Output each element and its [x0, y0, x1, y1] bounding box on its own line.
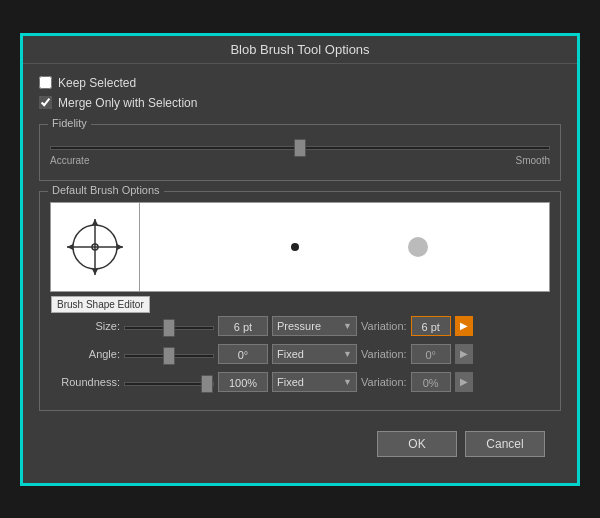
roundness-variation-value[interactable]: 0%: [411, 372, 451, 392]
size-method-dropdown[interactable]: Pressure ▼: [272, 316, 357, 336]
roundness-method-dropdown[interactable]: Fixed ▼: [272, 372, 357, 392]
fidelity-slider[interactable]: [50, 146, 550, 150]
angle-dropdown-arrow: ▼: [343, 349, 352, 359]
merge-only-checkbox[interactable]: [39, 96, 52, 109]
brush-shape-editor[interactable]: Brush Shape Editor: [50, 202, 140, 292]
size-dropdown-arrow: ▼: [343, 321, 352, 331]
roundness-dropdown-arrow: ▼: [343, 377, 352, 387]
fidelity-section: Fidelity Accurate Smooth: [39, 124, 561, 181]
roundness-slider-container: [124, 375, 214, 389]
keep-selected-checkbox[interactable]: [39, 76, 52, 89]
brush-shape-tooltip: Brush Shape Editor: [51, 296, 150, 313]
title-bar: Blob Brush Tool Options: [23, 36, 577, 64]
size-variation-arrow[interactable]: ▶: [455, 316, 473, 336]
angle-label: Angle:: [50, 348, 120, 360]
crosshair: [65, 217, 125, 277]
roundness-variation-label: Variation:: [361, 376, 407, 388]
dialog-title: Blob Brush Tool Options: [230, 42, 369, 57]
roundness-label: Roundness:: [50, 376, 120, 388]
svg-marker-6: [67, 244, 73, 250]
dialog-container: Blob Brush Tool Options Keep Selected Me…: [20, 33, 580, 486]
brush-options-label: Default Brush Options: [48, 184, 164, 196]
brush-params: Size: 6 pt Pressure ▼ Variation: 6 pt ▶ …: [50, 316, 550, 392]
svg-marker-7: [117, 244, 123, 250]
brush-dot-small: [291, 243, 299, 251]
merge-only-label: Merge Only with Selection: [58, 96, 197, 110]
brush-preview-area: Brush Shape Editor: [50, 202, 550, 292]
angle-variation-arrow[interactable]: ▶: [455, 344, 473, 364]
fidelity-max-label: Smooth: [516, 155, 550, 166]
svg-marker-5: [92, 269, 98, 275]
roundness-slider[interactable]: [124, 382, 214, 386]
size-label: Size:: [50, 320, 120, 332]
size-slider-container: [124, 319, 214, 333]
cancel-button[interactable]: Cancel: [465, 431, 545, 457]
dialog-body: Keep Selected Merge Only with Selection …: [23, 64, 577, 483]
angle-variation-label: Variation:: [361, 348, 407, 360]
size-row: Size: 6 pt Pressure ▼ Variation: 6 pt ▶: [50, 316, 550, 336]
brush-dot-large: [408, 237, 428, 257]
roundness-variation-arrow[interactable]: ▶: [455, 372, 473, 392]
roundness-row: Roundness: 100% Fixed ▼ Variation: 0% ▶: [50, 372, 550, 392]
roundness-value[interactable]: 100%: [218, 372, 268, 392]
angle-variation-value[interactable]: 0°: [411, 344, 451, 364]
size-variation-value[interactable]: 6 pt: [411, 316, 451, 336]
brush-preview-canvas: [140, 202, 550, 292]
angle-slider-container: [124, 347, 214, 361]
svg-marker-4: [92, 219, 98, 225]
size-method-label: Pressure: [277, 320, 321, 332]
roundness-method-label: Fixed: [277, 376, 304, 388]
size-value[interactable]: 6 pt: [218, 316, 268, 336]
angle-row: Angle: 0° Fixed ▼ Variation: 0° ▶: [50, 344, 550, 364]
angle-method-label: Fixed: [277, 348, 304, 360]
keep-selected-row: Keep Selected: [39, 76, 561, 90]
dialog-footer: OK Cancel: [39, 421, 561, 471]
angle-method-dropdown[interactable]: Fixed ▼: [272, 344, 357, 364]
fidelity-label: Fidelity: [48, 117, 91, 129]
size-slider[interactable]: [124, 326, 214, 330]
fidelity-min-label: Accurate: [50, 155, 89, 166]
ok-button[interactable]: OK: [377, 431, 457, 457]
size-variation-label: Variation:: [361, 320, 407, 332]
angle-value[interactable]: 0°: [218, 344, 268, 364]
brush-options-section: Default Brush Options: [39, 191, 561, 411]
fidelity-slider-container: Accurate Smooth: [50, 135, 550, 170]
merge-only-row: Merge Only with Selection: [39, 96, 561, 110]
angle-slider[interactable]: [124, 354, 214, 358]
keep-selected-label: Keep Selected: [58, 76, 136, 90]
